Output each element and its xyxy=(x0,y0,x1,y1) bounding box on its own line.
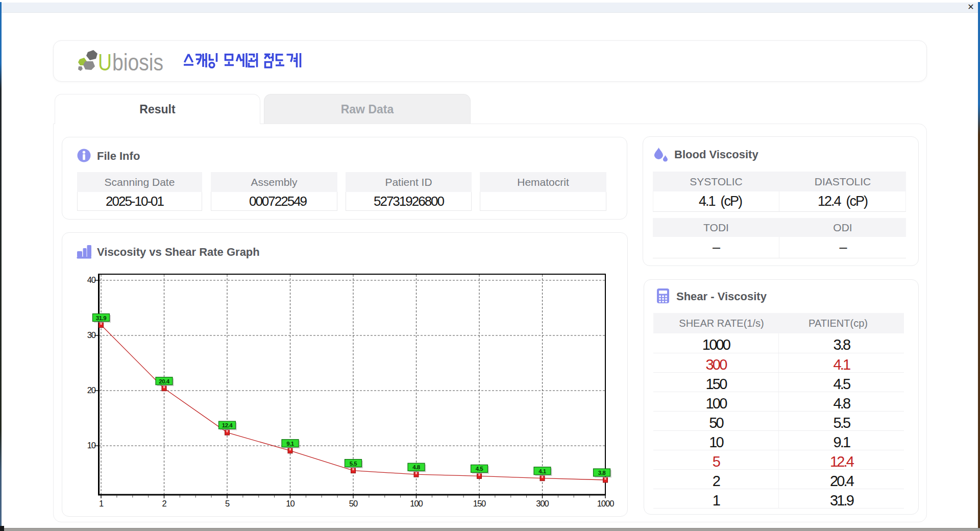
svg-text:20.4: 20.4 xyxy=(159,378,169,384)
svg-text:1: 1 xyxy=(99,499,104,508)
svg-text:20: 20 xyxy=(87,385,96,395)
svg-text:31.9: 31.9 xyxy=(96,315,106,321)
svg-text:4.5: 4.5 xyxy=(476,466,484,472)
svg-text:biosis: biosis xyxy=(112,49,163,74)
svg-text:5.5: 5.5 xyxy=(350,461,358,467)
svg-text:10: 10 xyxy=(286,499,295,508)
svg-text:U: U xyxy=(98,49,112,74)
svg-text:30: 30 xyxy=(87,330,96,340)
svg-text:4.1: 4.1 xyxy=(538,468,547,474)
svg-text:100: 100 xyxy=(410,499,423,508)
svg-text:40: 40 xyxy=(87,275,96,284)
svg-text:9.1: 9.1 xyxy=(286,441,295,447)
svg-text:1000: 1000 xyxy=(597,499,615,508)
svg-text:5: 5 xyxy=(225,499,230,508)
svg-text:4.8: 4.8 xyxy=(412,464,421,470)
svg-text:50: 50 xyxy=(349,499,358,508)
svg-text:10: 10 xyxy=(87,441,96,450)
svg-text:150: 150 xyxy=(473,499,486,508)
svg-text:3.8: 3.8 xyxy=(598,470,606,476)
svg-text:12.4: 12.4 xyxy=(222,422,233,428)
svg-text:2: 2 xyxy=(162,499,166,508)
svg-text:300: 300 xyxy=(536,499,549,508)
